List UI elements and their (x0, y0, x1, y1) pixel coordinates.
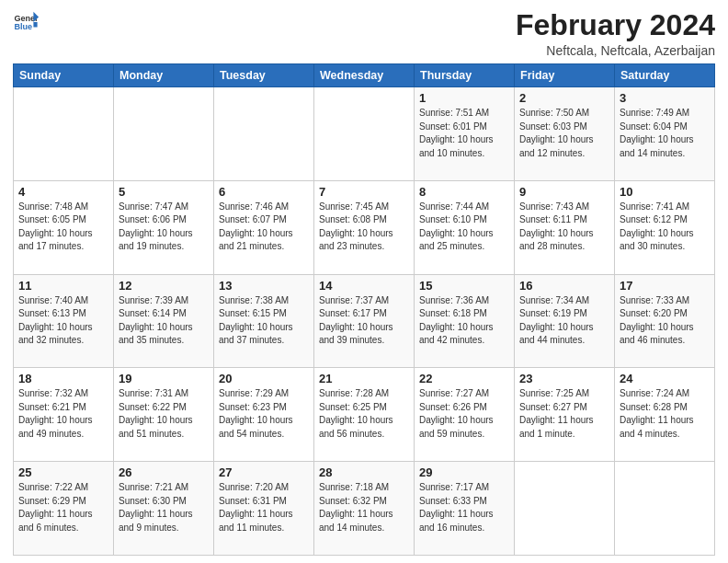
cell-info: Sunrise: 7:40 AM Sunset: 6:13 PM Dayligh… (18, 294, 108, 348)
cell-day: 3 (620, 91, 710, 105)
cell-2-4: 15Sunrise: 7:36 AM Sunset: 6:18 PM Dayli… (415, 274, 515, 368)
cell-info: Sunrise: 7:33 AM Sunset: 6:20 PM Dayligh… (620, 294, 710, 348)
cell-info: Sunrise: 7:46 AM Sunset: 6:07 PM Dayligh… (219, 201, 309, 254)
cell-day: 16 (519, 279, 609, 293)
cell-0-4: 1Sunrise: 7:51 AM Sunset: 6:01 PM Daylig… (415, 87, 515, 181)
svg-text:Blue: Blue (14, 22, 32, 31)
cell-2-3: 14Sunrise: 7:37 AM Sunset: 6:17 PM Dayli… (314, 274, 415, 368)
cell-0-5: 2Sunrise: 7:50 AM Sunset: 6:03 PM Daylig… (515, 87, 615, 181)
cell-info: Sunrise: 7:31 AM Sunset: 6:22 PM Dayligh… (119, 387, 209, 441)
header-sunday: Sunday (14, 64, 114, 87)
cell-info: Sunrise: 7:38 AM Sunset: 6:15 PM Dayligh… (219, 294, 309, 348)
cell-4-4: 29Sunrise: 7:17 AM Sunset: 6:33 PM Dayli… (415, 462, 515, 556)
cell-day: 15 (419, 279, 509, 293)
cell-day: 23 (519, 372, 609, 385)
cell-day: 5 (119, 185, 209, 199)
cell-info: Sunrise: 7:21 AM Sunset: 6:30 PM Dayligh… (119, 481, 209, 534)
cell-3-0: 18Sunrise: 7:32 AM Sunset: 6:21 PM Dayli… (14, 368, 114, 462)
cell-day: 26 (119, 465, 209, 479)
cell-info: Sunrise: 7:49 AM Sunset: 6:04 PM Dayligh… (620, 107, 710, 160)
cell-4-0: 25Sunrise: 7:22 AM Sunset: 6:29 PM Dayli… (14, 462, 114, 556)
cell-day: 7 (319, 185, 409, 199)
title-section: February 2024 Neftcala, Neftcala, Azerba… (516, 9, 715, 58)
cell-1-4: 8Sunrise: 7:44 AM Sunset: 6:10 PM Daylig… (415, 180, 515, 274)
cell-day: 24 (620, 372, 710, 385)
cell-4-1: 26Sunrise: 7:21 AM Sunset: 6:30 PM Dayli… (114, 462, 214, 556)
header-wednesday: Wednesday (314, 64, 415, 87)
calendar-table: Sunday Monday Tuesday Wednesday Thursday… (13, 63, 715, 556)
logo-icon: General Blue (13, 9, 39, 35)
header-row: Sunday Monday Tuesday Wednesday Thursday… (14, 64, 715, 87)
cell-day: 21 (319, 372, 409, 385)
cell-day: 6 (219, 185, 309, 199)
cell-1-2: 6Sunrise: 7:46 AM Sunset: 6:07 PM Daylig… (214, 180, 314, 274)
cell-3-5: 23Sunrise: 7:25 AM Sunset: 6:27 PM Dayli… (515, 368, 615, 462)
header-monday: Monday (114, 64, 214, 87)
cell-info: Sunrise: 7:34 AM Sunset: 6:19 PM Dayligh… (519, 294, 609, 348)
cell-0-2 (214, 87, 314, 181)
cell-1-0: 4Sunrise: 7:48 AM Sunset: 6:05 PM Daylig… (14, 180, 114, 274)
cell-day: 28 (319, 465, 409, 479)
cell-day: 9 (519, 185, 609, 199)
cell-3-4: 22Sunrise: 7:27 AM Sunset: 6:26 PM Dayli… (415, 368, 515, 462)
cell-3-1: 19Sunrise: 7:31 AM Sunset: 6:22 PM Dayli… (114, 368, 214, 462)
cell-3-2: 20Sunrise: 7:29 AM Sunset: 6:23 PM Dayli… (214, 368, 314, 462)
cell-info: Sunrise: 7:50 AM Sunset: 6:03 PM Dayligh… (519, 107, 609, 160)
cell-1-1: 5Sunrise: 7:47 AM Sunset: 6:06 PM Daylig… (114, 180, 214, 274)
cell-day: 19 (119, 372, 209, 385)
subtitle: Neftcala, Neftcala, Azerbaijan (516, 43, 715, 58)
cell-day: 13 (219, 279, 309, 293)
cell-info: Sunrise: 7:51 AM Sunset: 6:01 PM Dayligh… (419, 107, 509, 160)
week-row-1: 4Sunrise: 7:48 AM Sunset: 6:05 PM Daylig… (14, 180, 715, 274)
cell-4-6 (615, 462, 715, 556)
cell-info: Sunrise: 7:27 AM Sunset: 6:26 PM Dayligh… (419, 387, 509, 441)
cell-0-1 (114, 87, 214, 181)
cell-day: 27 (219, 465, 309, 479)
cell-3-6: 24Sunrise: 7:24 AM Sunset: 6:28 PM Dayli… (615, 368, 715, 462)
cell-day: 8 (419, 185, 509, 199)
cell-0-6: 3Sunrise: 7:49 AM Sunset: 6:04 PM Daylig… (615, 87, 715, 181)
cell-info: Sunrise: 7:45 AM Sunset: 6:08 PM Dayligh… (319, 201, 409, 254)
main-title: February 2024 (516, 9, 715, 41)
cell-info: Sunrise: 7:24 AM Sunset: 6:28 PM Dayligh… (620, 387, 710, 441)
cell-4-3: 28Sunrise: 7:18 AM Sunset: 6:32 PM Dayli… (314, 462, 415, 556)
cell-day: 14 (319, 279, 409, 293)
week-row-2: 11Sunrise: 7:40 AM Sunset: 6:13 PM Dayli… (14, 274, 715, 368)
cell-2-2: 13Sunrise: 7:38 AM Sunset: 6:15 PM Dayli… (214, 274, 314, 368)
cell-info: Sunrise: 7:43 AM Sunset: 6:11 PM Dayligh… (519, 201, 609, 254)
cell-day: 11 (18, 279, 108, 293)
top-section: General Blue February 2024 Neftcala, Nef… (13, 9, 715, 58)
week-row-3: 18Sunrise: 7:32 AM Sunset: 6:21 PM Dayli… (14, 368, 715, 462)
logo: General Blue (13, 9, 39, 35)
cell-info: Sunrise: 7:41 AM Sunset: 6:12 PM Dayligh… (620, 201, 710, 254)
cell-day: 1 (419, 91, 509, 105)
cell-4-2: 27Sunrise: 7:20 AM Sunset: 6:31 PM Dayli… (214, 462, 314, 556)
cell-0-0 (14, 87, 114, 181)
cell-day: 18 (18, 372, 108, 385)
cell-day: 20 (219, 372, 309, 385)
cell-4-5 (515, 462, 615, 556)
cell-info: Sunrise: 7:39 AM Sunset: 6:14 PM Dayligh… (119, 294, 209, 348)
cell-info: Sunrise: 7:20 AM Sunset: 6:31 PM Dayligh… (219, 481, 309, 534)
cell-1-6: 10Sunrise: 7:41 AM Sunset: 6:12 PM Dayli… (615, 180, 715, 274)
cell-1-3: 7Sunrise: 7:45 AM Sunset: 6:08 PM Daylig… (314, 180, 415, 274)
header-friday: Friday (515, 64, 615, 87)
cell-day: 2 (519, 91, 609, 105)
cell-day: 25 (18, 465, 108, 479)
cell-info: Sunrise: 7:17 AM Sunset: 6:33 PM Dayligh… (419, 481, 509, 534)
calendar-header: Sunday Monday Tuesday Wednesday Thursday… (14, 64, 715, 87)
cell-2-6: 17Sunrise: 7:33 AM Sunset: 6:20 PM Dayli… (615, 274, 715, 368)
cell-2-0: 11Sunrise: 7:40 AM Sunset: 6:13 PM Dayli… (14, 274, 114, 368)
cell-day: 22 (419, 372, 509, 385)
cell-day: 4 (18, 185, 108, 199)
header-tuesday: Tuesday (214, 64, 314, 87)
cell-info: Sunrise: 7:36 AM Sunset: 6:18 PM Dayligh… (419, 294, 509, 348)
week-row-4: 25Sunrise: 7:22 AM Sunset: 6:29 PM Dayli… (14, 462, 715, 556)
cell-info: Sunrise: 7:22 AM Sunset: 6:29 PM Dayligh… (18, 481, 108, 534)
cell-info: Sunrise: 7:18 AM Sunset: 6:32 PM Dayligh… (319, 481, 409, 534)
cell-info: Sunrise: 7:44 AM Sunset: 6:10 PM Dayligh… (419, 201, 509, 254)
cell-day: 29 (419, 465, 509, 479)
cell-info: Sunrise: 7:29 AM Sunset: 6:23 PM Dayligh… (219, 387, 309, 441)
cell-info: Sunrise: 7:47 AM Sunset: 6:06 PM Dayligh… (119, 201, 209, 254)
cell-day: 17 (620, 279, 710, 293)
